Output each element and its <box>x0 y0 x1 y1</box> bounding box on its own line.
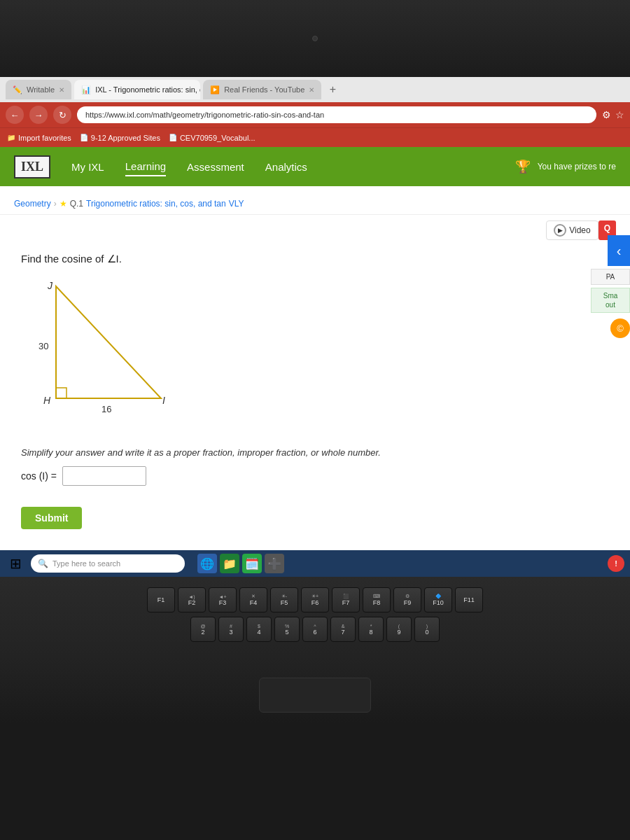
breadcrumb: Geometry › ★ Q.1 Trigonometric ratios: s… <box>0 193 630 215</box>
key-f2[interactable]: ◄)F2 <box>178 587 206 612</box>
writable-tab-icon: ✏️ <box>13 85 22 94</box>
svg-marker-0 <box>56 286 161 398</box>
taskbar-app-icon-3[interactable]: 🗓️ <box>242 554 262 573</box>
answer-row: cos (I) = <box>21 466 609 486</box>
breadcrumb-lesson-code: Q.1 <box>70 199 83 209</box>
orange-circle-button[interactable]: © <box>610 318 630 338</box>
taskbar-apps: 🌐 📁 🗓️ ➕ <box>197 554 284 573</box>
back-button[interactable]: ← <box>6 106 24 124</box>
svg-text:I: I <box>162 395 165 406</box>
notification-count: ! <box>615 559 617 568</box>
ixl-tab-icon: 📊 <box>81 85 91 94</box>
key-f7[interactable]: ⬛F7 <box>332 587 360 612</box>
address-input[interactable]: https://www.ixl.com/math/geometry/trigon… <box>77 106 596 123</box>
svg-text:J: J <box>47 280 53 291</box>
fn-key-row: F1 ◄)F2 ◄+F3 ✕F4 ☀-F5 ☀+F6 ⬛F7 ⌨F8 ⚙F9 🔷… <box>14 587 616 612</box>
url-text: https://www.ixl.com/math/geometry/trigon… <box>85 111 324 119</box>
key-f9[interactable]: ⚙F9 <box>393 587 421 612</box>
breadcrumb-lesson-title[interactable]: Trigonometric ratios: sin, cos, and tan <box>86 199 226 209</box>
key-f10[interactable]: 🔷F10 <box>424 587 452 612</box>
svg-text:16: 16 <box>102 404 111 414</box>
windows-start-button[interactable]: ⊞ <box>6 554 25 573</box>
answer-instruction: Simplify your answer and write it as a p… <box>21 447 609 458</box>
writable-tab-close[interactable]: ✕ <box>59 86 64 94</box>
key-4[interactable]: $4 <box>246 617 272 642</box>
new-tab-button[interactable]: + <box>324 81 341 98</box>
key-7[interactable]: &7 <box>330 617 356 642</box>
taskbar-app-icon-4[interactable]: ➕ <box>265 554 284 573</box>
triangle-diagram: J H I 30 16 <box>35 279 217 433</box>
breadcrumb-lesson-id[interactable]: VLY <box>229 199 244 209</box>
laptop-bezel-top <box>0 0 630 77</box>
breadcrumb-sep1: › <box>54 199 57 209</box>
ixl-logo-text: IXL <box>21 160 43 174</box>
svg-text:30: 30 <box>38 341 48 351</box>
nav-learning[interactable]: Learning <box>125 158 166 176</box>
key-3[interactable]: #3 <box>218 617 244 642</box>
key-5[interactable]: %5 <box>274 617 300 642</box>
star-icon[interactable]: ☆ <box>615 109 624 120</box>
key-f6[interactable]: ☀+F6 <box>301 587 329 612</box>
ixl-tab-label: IXL - Trigonometric ratios: sin, co... <box>95 85 200 94</box>
youtube-tab-icon: ▶️ <box>210 85 220 94</box>
nav-analytics[interactable]: Analytics <box>265 158 307 176</box>
ixl-logo[interactable]: IXL <box>14 155 50 178</box>
key-6[interactable]: ^6 <box>302 617 328 642</box>
nav-my-ixl[interactable]: My IXL <box>71 158 104 176</box>
svg-rect-1 <box>56 388 66 398</box>
writable-tab-label: Writable <box>27 85 55 94</box>
sma-button[interactable]: Smaout <box>591 288 630 313</box>
browser-window: ✏️ Writable ✕ 📊 IXL - Trigonometric rati… <box>0 77 630 577</box>
key-2[interactable]: @2 <box>190 617 216 642</box>
key-f11[interactable]: F11 <box>455 587 483 612</box>
forward-button[interactable]: → <box>29 106 48 124</box>
youtube-tab-close[interactable]: ✕ <box>309 86 314 94</box>
question-prompt: Find the cosine of ∠I. <box>21 253 609 265</box>
key-f8[interactable]: ⌨F8 <box>363 587 391 612</box>
tab-ixl[interactable]: 📊 IXL - Trigonometric ratios: sin, co...… <box>74 80 200 99</box>
taskbar-right: ! <box>608 555 624 572</box>
extensions-icon[interactable]: ⚙ <box>602 109 611 120</box>
key-f1[interactable]: F1 <box>147 587 175 612</box>
key-9[interactable]: (9 <box>386 617 412 642</box>
key-f3[interactable]: ◄+F3 <box>209 587 237 612</box>
laptop-camera <box>312 36 318 41</box>
key-f5[interactable]: ☀-F5 <box>270 587 298 612</box>
key-8[interactable]: *8 <box>358 617 384 642</box>
taskbar-app-icon-2[interactable]: 📁 <box>220 554 239 573</box>
bookmark-approved-label: 9-12 Approved Sites <box>91 134 160 142</box>
taskbar-search-icon: 🔍 <box>38 559 48 568</box>
bookmark-page-icon: 📄 <box>80 134 88 141</box>
tab-youtube[interactable]: ▶️ Real Friends - YouTube ✕ <box>203 80 321 99</box>
pa-label[interactable]: PA <box>591 269 630 285</box>
bookmarks-bar: 📁 Import favorites 📄 9-12 Approved Sites… <box>0 127 630 147</box>
bookmark-folder-icon: 📁 <box>7 134 15 141</box>
taskbar-app-icon-1[interactable]: 🌐 <box>197 554 217 573</box>
breadcrumb-subject[interactable]: Geometry <box>14 199 51 209</box>
video-label: Video <box>569 225 590 235</box>
right-panel: ‹ PA Smaout © <box>591 235 630 338</box>
address-icons: ⚙ ☆ <box>602 109 624 120</box>
breadcrumb-star-icon: ★ <box>59 199 67 209</box>
reload-button[interactable]: ↻ <box>53 106 71 124</box>
submit-button[interactable]: Submit <box>21 507 82 529</box>
address-bar: ← → ↻ https://www.ixl.com/math/geometry/… <box>0 102 630 127</box>
bookmark-vocabulary[interactable]: 📄 CEV70959_Vocabul... <box>169 134 255 142</box>
question-area: Find the cosine of ∠I. J H I 30 <box>0 246 630 543</box>
laptop-touchpad[interactable] <box>259 678 371 713</box>
video-play-icon: ▶ <box>554 224 566 237</box>
expand-panel-button[interactable]: ‹ <box>608 235 630 266</box>
answer-input[interactable] <box>62 466 146 486</box>
key-f4[interactable]: ✕F4 <box>239 587 267 612</box>
key-0[interactable]: )0 <box>414 617 440 642</box>
title-bar: ✏️ Writable ✕ 📊 IXL - Trigonometric rati… <box>0 77 630 102</box>
taskbar-search-placeholder: Type here to search <box>52 559 120 568</box>
bookmark-import-favorites[interactable]: 📁 Import favorites <box>7 134 71 142</box>
prizes-text: You have prizes to re <box>538 162 616 172</box>
tab-writable[interactable]: ✏️ Writable ✕ <box>6 80 71 99</box>
taskbar-search[interactable]: 🔍 Type here to search <box>31 554 185 573</box>
answer-label: cos (I) = <box>21 470 57 482</box>
notification-badge[interactable]: ! <box>608 555 624 572</box>
bookmark-approved-sites[interactable]: 📄 9-12 Approved Sites <box>80 134 160 142</box>
nav-assessment[interactable]: Assessment <box>187 158 244 176</box>
